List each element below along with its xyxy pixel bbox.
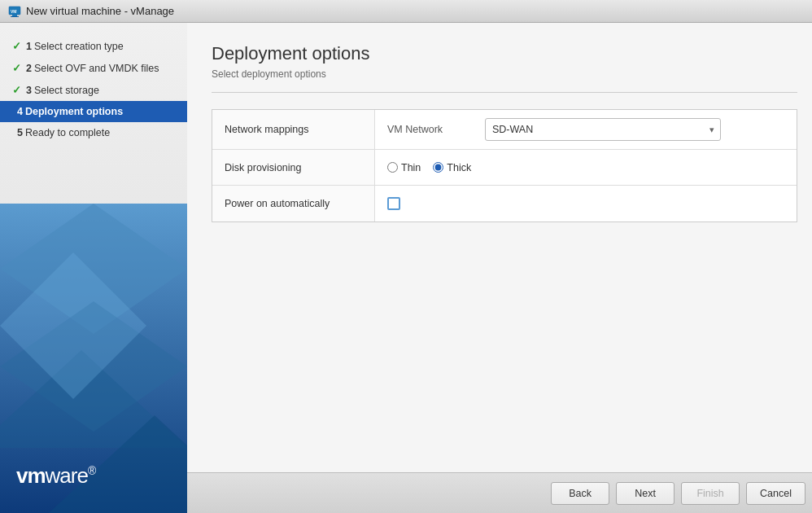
svg-marker-5 xyxy=(0,204,187,334)
thick-radio[interactable] xyxy=(433,162,443,173)
svg-rect-2 xyxy=(11,16,19,17)
power-on-checkbox-wrapper[interactable] xyxy=(387,197,400,210)
title-bar: VM New virtual machine - vManage xyxy=(0,0,812,23)
step4-label: Deployment options xyxy=(25,106,123,117)
vm-icon: VM xyxy=(8,5,21,18)
next-button[interactable]: Next xyxy=(616,482,674,505)
step1-number: 1 xyxy=(26,41,32,52)
check-icon-step1: ✓ xyxy=(12,40,21,52)
sidebar-item-step5[interactable]: 5 Ready to complete xyxy=(0,122,187,143)
power-on-checkbox[interactable] xyxy=(387,197,400,210)
main-container: ✓ 1 Select creation type ✓ 2 Select OVF … xyxy=(0,23,812,513)
svg-marker-9 xyxy=(0,252,146,399)
network-mappings-value: VM Network SD-WAN VM Network Management xyxy=(375,110,797,149)
check-icon-step2: ✓ xyxy=(12,62,21,74)
footer: Back Next Finish Cancel xyxy=(187,472,812,513)
network-mappings-label: Network mappings xyxy=(212,110,375,149)
disk-provisioning-value: Thin Thick xyxy=(375,154,797,182)
vmware-logo: vmware® xyxy=(16,463,95,489)
disk-provisioning-radio-group: Thin Thick xyxy=(387,162,471,173)
thin-radio-option[interactable]: Thin xyxy=(387,162,421,173)
sidebar-item-step3[interactable]: ✓ 3 Select storage xyxy=(0,79,187,101)
sidebar-item-step2[interactable]: ✓ 2 Select OVF and VMDK files xyxy=(0,57,187,79)
network-select[interactable]: SD-WAN VM Network Management xyxy=(485,118,721,141)
window-title: New virtual machine - vManage xyxy=(26,5,174,17)
power-on-label: Power on automatically xyxy=(212,186,375,221)
sidebar-item-step1[interactable]: ✓ 1 Select creation type xyxy=(0,35,187,57)
power-on-value xyxy=(375,189,797,218)
svg-marker-6 xyxy=(0,301,187,432)
thin-label: Thin xyxy=(401,162,421,173)
svg-rect-1 xyxy=(12,15,17,16)
step2-label: Select OVF and VMDK files xyxy=(34,63,159,74)
disk-provisioning-label: Disk provisioning xyxy=(212,150,375,185)
thin-radio[interactable] xyxy=(387,162,398,173)
step3-number: 3 xyxy=(26,85,32,96)
content-divider xyxy=(212,92,797,93)
network-mappings-row: Network mappings VM Network SD-WAN VM Ne… xyxy=(212,110,797,150)
step5-number: 5 xyxy=(17,127,23,138)
check-icon-step3: ✓ xyxy=(12,84,21,96)
vm-network-label: VM Network xyxy=(387,124,477,135)
network-select-wrapper[interactable]: SD-WAN VM Network Management xyxy=(485,118,721,141)
svg-text:VM: VM xyxy=(11,9,17,14)
back-button[interactable]: Back xyxy=(551,482,609,505)
step4-number: 4 xyxy=(17,106,23,117)
content-area: Deployment options Select deployment opt… xyxy=(187,23,812,513)
power-on-row: Power on automatically xyxy=(212,186,797,221)
finish-button[interactable]: Finish xyxy=(681,482,740,505)
page-title: Deployment options xyxy=(212,43,797,64)
step3-label: Select storage xyxy=(34,85,99,96)
disk-provisioning-row: Disk provisioning Thin Thick xyxy=(212,150,797,186)
thick-label: Thick xyxy=(447,162,471,173)
step5-label: Ready to complete xyxy=(25,127,110,138)
step2-number: 2 xyxy=(26,63,32,74)
thick-radio-option[interactable]: Thick xyxy=(433,162,471,173)
page-subtitle: Select deployment options xyxy=(212,68,797,80)
vmware-logo-area: vmware® xyxy=(16,463,95,489)
sidebar: ✓ 1 Select creation type ✓ 2 Select OVF … xyxy=(0,23,187,513)
content-main: Deployment options Select deployment opt… xyxy=(187,23,812,472)
options-table: Network mappings VM Network SD-WAN VM Ne… xyxy=(212,109,797,222)
sidebar-navigation: ✓ 1 Select creation type ✓ 2 Select OVF … xyxy=(0,23,187,156)
svg-marker-7 xyxy=(0,350,187,448)
cancel-button[interactable]: Cancel xyxy=(746,482,805,505)
step1-label: Select creation type xyxy=(34,41,124,52)
sidebar-item-step4[interactable]: 4 Deployment options xyxy=(0,101,187,122)
